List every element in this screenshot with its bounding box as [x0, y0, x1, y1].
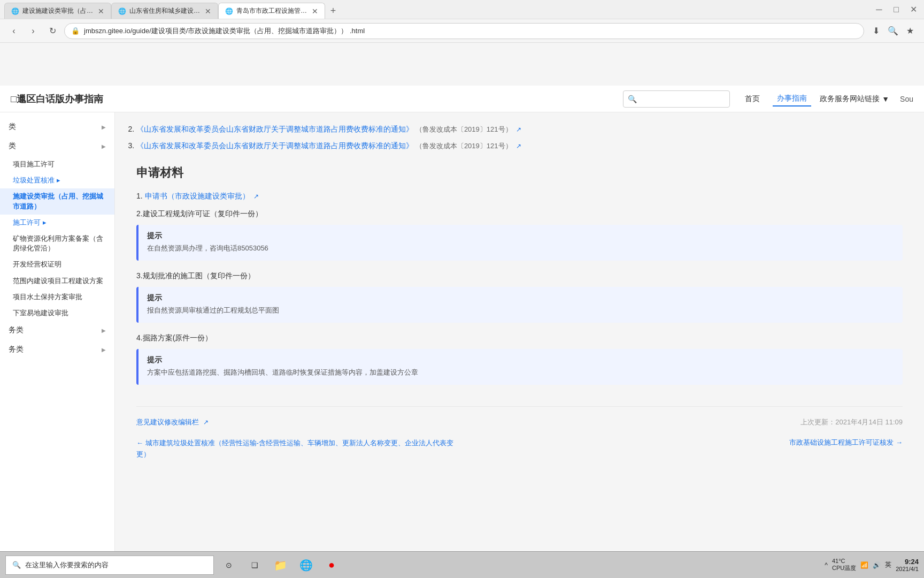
edit-link[interactable]: 意见建议修改编辑栏 ↗ — [136, 417, 209, 427]
sidebar: 类 ▶ 类 ▶ 项目施工许可 垃圾处置核准 ▸ 施建设类审 — [0, 112, 115, 551]
taskbar-record[interactable]: ● — [321, 554, 342, 576]
sidebar-item-dev-cert[interactable]: 开发经营权证明 — [0, 256, 114, 272]
network-icon[interactable]: 📶 — [860, 561, 868, 569]
forward-button[interactable]: › — [26, 24, 41, 39]
chevron-up-icon: ^ — [825, 561, 828, 569]
sidebar-item-permit[interactable]: 项目施工许可 — [0, 156, 114, 172]
next-page-link[interactable]: 市政基础设施工程施工许可证核发 → — [789, 438, 903, 460]
lang-indicator[interactable]: 英 — [885, 560, 891, 569]
sidebar-item-construction[interactable]: 施工许可 ▸ — [0, 215, 114, 231]
taskbar-search-icon: 🔍 — [12, 561, 21, 569]
refresh-button[interactable]: ↻ — [45, 24, 60, 39]
search-icon: 🔍 — [628, 95, 637, 103]
new-tab-button[interactable]: + — [325, 3, 341, 19]
taskbar-folder[interactable]: 📁 — [270, 554, 291, 576]
date-display: 2021/4/1 — [896, 566, 919, 572]
download-icon[interactable]: ⬇ — [868, 24, 883, 39]
tip-1-content: 在自然资源局办理，咨询电话85053056 — [147, 243, 894, 254]
minimize-button[interactable]: ─ — [873, 3, 886, 16]
search-box[interactable]: 🔍 — [623, 90, 730, 108]
tab-2-close[interactable]: ✕ — [205, 7, 211, 16]
tab-2-favicon: 🌐 — [118, 7, 126, 15]
prev-page-link[interactable]: ← 城市建筑垃圾处置核准（经营性运输-含经营性运输、车辆增加、更新法人名称变更、… — [136, 438, 457, 460]
ref-item-3: 《山东省发展和改革委员会山东省财政厅关于调整城市道路占用费收费标准的通知》 （鲁… — [136, 140, 903, 152]
taskbar: 🔍 在这里输入你要搜索的内容 ⊙ ❑ 📁 🌐 ● ^ 41°C CPU温度 — [0, 551, 924, 578]
edit-external-icon: ↗ — [203, 419, 209, 426]
address-bar-actions: ⬇ 🔍 ★ — [868, 24, 918, 39]
sidebar-header-2[interactable]: 类 ▶ — [0, 137, 114, 155]
section-title-materials: 申请材料 — [136, 165, 903, 181]
nav-links: 首页 办事指南 政务服务网站链接 ▼ — [741, 92, 889, 107]
tip-3-title: 提示 — [147, 355, 894, 365]
sidebar-header-1[interactable]: 类 ▶ — [0, 118, 114, 136]
item-1-link[interactable]: 申请书（市政设施建设类审批） — [145, 192, 250, 200]
sidebar-arrow-4: ▶ — [102, 347, 106, 353]
window-controls: ─ □ ✕ — [873, 3, 920, 16]
ref-item-2: 《山东省发展和改革委员会山东省财政厅关于调整城市道路占用费收费标准的通知》 （鲁… — [136, 123, 903, 135]
ref-note-3: （鲁发改成本〔2019〕121号） — [415, 142, 512, 150]
zoom-icon[interactable]: 🔍 — [886, 24, 900, 39]
reference-list: 《山东省发展和改革委员会山东省财政厅关于调整城市道路占用费收费标准的通知》 （鲁… — [136, 123, 903, 152]
sidebar-header-3[interactable]: 务类 ▶ — [0, 321, 114, 339]
taskbar-chrome[interactable]: 🌐 — [295, 554, 317, 576]
nav-guide[interactable]: 办事指南 — [773, 92, 811, 107]
tip-2-content: 报自然资源局审核通过的工程规划总平面图 — [147, 305, 894, 316]
material-item-1: 1. 申请书（市政设施建设类审批） ↗ — [136, 189, 903, 203]
chrome-icon: 🌐 — [299, 559, 313, 572]
cortana-icon: ⊙ — [226, 561, 232, 569]
system-tray: ^ 41°C CPU温度 📶 🔊 英 9:24 2021/4/1 — [825, 558, 919, 572]
top-nav: □邋区白话版办事指南 🔍 首页 办事指南 政务服务网站链接 ▼ Sou — [0, 86, 924, 112]
taskbar-task-view[interactable]: ❑ — [244, 554, 265, 576]
item-3-text: 3. — [136, 271, 143, 280]
search-input[interactable] — [639, 95, 725, 103]
sidebar-section-1: 类 ▶ — [0, 118, 114, 136]
sidebar-item-project-plan[interactable]: 范围内建设项目工程建设方案 — [0, 273, 114, 289]
speaker-icon: 🔊 — [873, 561, 881, 569]
url-input[interactable]: 🔒 jmbszn.gitee.io/guide/建设项目类/市政设施建设类审批（… — [64, 23, 864, 39]
volume-icon[interactable]: 🔊 — [873, 561, 881, 569]
tab-1[interactable]: 🌐 建设施建设类审批（占用、挖掘... ✕ — [4, 3, 111, 19]
tab-3-close[interactable]: ✕ — [312, 7, 318, 16]
close-button[interactable]: ✕ — [907, 3, 920, 16]
tab-1-close[interactable]: ✕ — [98, 7, 104, 16]
ref-link-2[interactable]: 《山东省发展和改革委员会山东省财政厅关于调整城市道路占用费收费标准的通知》 — [136, 125, 413, 133]
tab-2-title: 山东省住房和城乡建设厅 通知公... — [129, 6, 202, 16]
sidebar-item-road[interactable]: 施建设类审批（占用、挖掘城市道路） — [0, 188, 114, 214]
tip-3-content: 方案中应包括道路挖掘、掘路沟槽回填、道路临时恢复保证措施等内容，加盖建设方公章 — [147, 367, 894, 378]
tab-3-title: 青岛市市政工程设施管理办法_百... — [236, 6, 309, 16]
back-button[interactable]: ‹ — [6, 24, 21, 39]
material-item-2: 2.建设工程规划许可证（复印件一份） — [136, 207, 903, 220]
sidebar-item-water[interactable]: 项目水土保持方案审批 — [0, 289, 114, 305]
tab-2[interactable]: 🌐 山东省住房和城乡建设厅 通知公... ✕ — [111, 3, 218, 19]
external-icon-3: ↗ — [516, 142, 521, 150]
sidebar-item-basement[interactable]: 下室易地建设审批 — [0, 305, 114, 321]
nav-home[interactable]: 首页 — [741, 92, 764, 106]
record-icon: ● — [328, 559, 335, 571]
sidebar-header-4[interactable]: 务类 ▶ — [0, 340, 114, 359]
cpu-temp: 41°C CPU温度 — [832, 558, 856, 572]
tab-3[interactable]: 🌐 青岛市市政工程设施管理办法_百... ✕ — [218, 3, 325, 19]
sidebar-item-garbage[interactable]: 垃圾处置核准 ▸ — [0, 172, 114, 188]
tip-box-3: 提示 方案中应包括道路挖掘、掘路沟槽回填、道路临时恢复保证措施等内容，加盖建设方… — [136, 349, 903, 385]
sidebar-item-mineral[interactable]: 矿物资源化利用方案备案（含房绿化管沿） — [0, 231, 114, 256]
footer-meta: 意见建议修改编辑栏 ↗ 上次更新：2021年4月14日 11:09 — [136, 417, 903, 427]
sidebar-arrow-1: ▶ — [102, 124, 106, 130]
external-icon-2: ↗ — [516, 126, 521, 133]
wifi-icon: 📶 — [860, 561, 868, 569]
sou-label: Sou — [900, 95, 913, 103]
ref-link-3[interactable]: 《山东省发展和改革委员会山东省财政厅关于调整城市道路占用费收费标准的通知》 — [136, 141, 413, 150]
address-bar: ‹ › ↻ 🔒 jmbszn.gitee.io/guide/建设项目类/市政设施… — [0, 19, 924, 43]
item-4-text: 4. — [136, 333, 143, 342]
tab-1-title: 建设施建设类审批（占用、挖掘... — [22, 6, 95, 16]
page-footer: 意见建议修改编辑栏 ↗ 上次更新：2021年4月14日 11:09 ← 城市建筑… — [136, 406, 903, 460]
tray-expand[interactable]: ^ — [825, 561, 828, 569]
maximize-button[interactable]: □ — [890, 3, 903, 16]
url-text: jmbszn.gitee.io/guide/建设项目类/市政设施建设类审批（占用… — [84, 26, 365, 36]
time-display: 9:24 — [896, 558, 919, 566]
tab-1-favicon: 🌐 — [11, 7, 19, 15]
nav-gov-links[interactable]: 政务服务网站链接 ▼ — [820, 94, 889, 104]
last-updated: 上次更新：2021年4月14日 11:09 — [800, 417, 903, 427]
bookmark-icon[interactable]: ★ — [903, 24, 918, 39]
taskbar-search[interactable]: 🔍 在这里输入你要搜索的内容 — [5, 556, 214, 575]
taskbar-cortana[interactable]: ⊙ — [218, 554, 240, 576]
